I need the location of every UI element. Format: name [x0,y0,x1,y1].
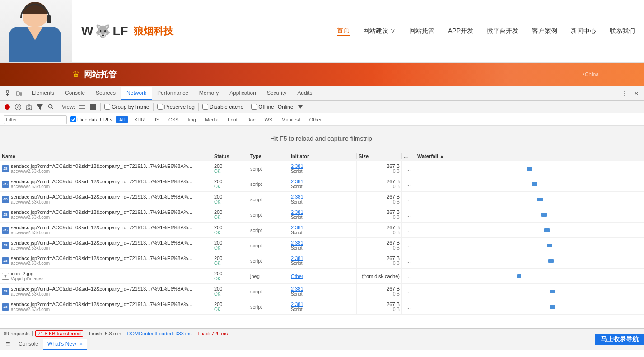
filter-ws-button[interactable]: WS [261,116,275,123]
list-view-icon[interactable] [79,103,86,111]
filter-icon[interactable] [36,103,43,111]
filter-xhr-button[interactable]: XHR [131,116,147,123]
row-more[interactable]: ... [402,223,415,237]
table-row[interactable]: JS sendacc.jsp?cmd=ACC&did=0&sid=12&comp… [0,284,644,299]
header-name[interactable]: Name [0,153,212,159]
row-status: 200 OK [212,176,248,191]
header-type[interactable]: Type [248,153,289,159]
devtools-more-menu[interactable]: ⋮ [618,88,630,98]
disable-cache-checkbox[interactable]: Disable cache [202,104,243,110]
filter-font-button[interactable]: Font [225,116,240,123]
devtools-close[interactable]: ✕ [630,88,642,98]
nav-app-dev[interactable]: APP开发 [448,27,473,35]
filter-js-button[interactable]: JS [151,116,162,123]
initiator-link[interactable]: 2:381 [291,255,355,261]
row-more[interactable]: ... [402,253,415,268]
filter-all-button[interactable]: All [116,116,128,123]
nav-cases[interactable]: 客户案例 [532,27,557,35]
initiator-link[interactable]: 2:381 [291,286,355,292]
nav-micro[interactable]: 微平台开发 [487,27,518,35]
tab-performance[interactable]: Performance [152,87,194,100]
table-row[interactable]: JS sendacc.jsp?cmd=ACC&did=0&sid=12&comp… [0,192,644,207]
initiator-link[interactable]: 2:381 [291,209,355,215]
filmstrip-message: Hit F5 to reload and capture filmstrip. [0,126,644,151]
header-more[interactable]: ... [402,153,415,159]
table-row[interactable]: JS sendacc.jsp?cmd=ACC&did=0&sid=12&comp… [0,176,644,192]
table-row[interactable]: JS sendacc.jsp?cmd=ACC&did=0&sid=12&comp… [0,253,644,269]
row-more[interactable]: ... [402,161,415,176]
record-button[interactable] [4,103,11,111]
tab-elements[interactable]: Elements [26,87,60,100]
nav-web-build[interactable]: 网站建设 ∨ [363,27,396,35]
row-size: 267 B 0 B [357,299,402,314]
status-code: 200 [214,163,246,169]
initiator-link[interactable]: 2:381 [291,240,355,246]
row-more[interactable]: ... [402,269,415,283]
throttle-dropdown-icon[interactable] [297,103,304,111]
initiator-link[interactable]: 2:381 [291,194,355,199]
initiator-link[interactable]: 2:381 [291,301,355,307]
table-row[interactable]: JS sendacc.jsp?cmd=ACC&did=0&sid=12&comp… [0,238,644,253]
device-toggle-icon[interactable] [15,90,23,97]
status-code: 200 [214,240,246,246]
table-row[interactable]: JS sendacc.jsp?cmd=ACC&did=0&sid=12&comp… [0,161,644,176]
filter-media-button[interactable]: Media [202,116,221,123]
nav-contact[interactable]: 联系我们 [610,27,635,35]
tab-audits[interactable]: Audits [292,87,317,100]
filter-input[interactable] [4,115,67,124]
row-status: 200 OK [212,299,248,314]
initiator-link[interactable]: 2:381 [291,225,355,230]
request-url: accwww2.53kf.com [11,230,192,235]
header-initiator[interactable]: Initiator [289,153,357,159]
nav-home[interactable]: 首页 [337,27,350,36]
header-size[interactable]: Size [357,153,402,159]
size-main: 267 B [359,194,400,199]
nav-web-host[interactable]: 网站托管 [409,27,434,35]
table-row[interactable]: ▼ icon_2.jpg /App/Tpl/images 200 OK jpeg… [0,269,644,284]
row-more[interactable]: ... [402,176,415,191]
row-more[interactable]: ... [402,207,415,222]
row-more[interactable]: ... [402,299,415,314]
close-whats-new[interactable]: × [79,341,83,347]
row-status: 200 OK [212,192,248,207]
row-more[interactable]: ... [402,192,415,207]
filter-css-button[interactable]: CSS [166,116,182,123]
initiator-link[interactable]: Other [291,274,355,279]
row-more[interactable]: ... [402,284,415,299]
hide-data-urls-checkbox[interactable]: Hide data URLs [70,116,112,122]
tab-sources[interactable]: Sources [90,87,121,100]
size-sub: 0 B [359,199,400,204]
initiator-link[interactable]: 2:381 [291,179,355,184]
clear-button[interactable]: ⊘ [14,103,22,111]
row-more[interactable]: ... [402,238,415,253]
filter-manifest-button[interactable]: Manifest [279,116,303,123]
header-status[interactable]: Status [212,153,248,159]
svg-rect-13 [90,104,93,107]
camera-icon[interactable] [25,103,33,111]
filter-other-button[interactable]: Other [307,116,325,123]
tab-network[interactable]: Network [121,87,152,100]
bottom-menu-icon[interactable]: ☰ [2,339,14,349]
tab-security[interactable]: Security [261,87,292,100]
table-row[interactable]: JS sendacc.jsp?cmd=ACC&did=0&sid=12&comp… [0,299,644,315]
group-by-frame-checkbox[interactable]: Group by frame [104,104,149,110]
offline-checkbox[interactable]: Offline [251,104,274,110]
inspect-icon[interactable] [5,90,13,97]
header-waterfall[interactable]: Waterfall ▲ [415,153,644,159]
filter-doc-button[interactable]: Doc [244,116,258,123]
table-row[interactable]: JS sendacc.jsp?cmd=ACC&did=0&sid=12&comp… [0,223,644,238]
row-initiator: Other [289,269,357,283]
bottom-tab-whats-new[interactable]: What's New × [43,339,87,350]
preserve-log-checkbox[interactable]: Preserve log [157,104,195,110]
devtools-tab-bar: Elements Console Sources Network Perform… [0,86,644,101]
nav-news[interactable]: 新闻中心 [571,27,596,35]
tab-application[interactable]: Application [224,87,261,100]
initiator-link[interactable]: 2:381 [291,163,355,169]
search-icon[interactable] [47,103,54,111]
table-row[interactable]: JS sendacc.jsp?cmd=ACC&did=0&sid=12&comp… [0,207,644,223]
tab-console[interactable]: Console [60,87,90,100]
filter-img-button[interactable]: Img [185,116,199,123]
grid-view-icon[interactable] [89,103,97,111]
tab-memory[interactable]: Memory [194,87,224,100]
bottom-tab-console[interactable]: Console [14,339,43,350]
